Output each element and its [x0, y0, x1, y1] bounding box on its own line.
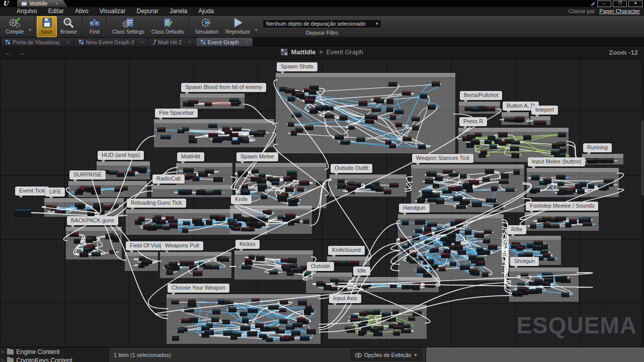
class-defaults-button[interactable]: Class Defaults [148, 16, 187, 37]
comment-box[interactable] [352, 277, 439, 292]
comment-box[interactable] [235, 163, 327, 208]
comment-box[interactable] [530, 116, 550, 125]
scrollbar-thumb[interactable] [641, 120, 643, 196]
vertical-scrollbar[interactable] [641, 60, 644, 347]
menu-editar[interactable]: Editar [43, 7, 69, 16]
comment-box[interactable] [509, 267, 579, 302]
comment-box[interactable] [125, 252, 158, 271]
comment-box[interactable] [327, 256, 370, 265]
folder-icon [7, 349, 14, 354]
menu-janela[interactable]: Janela [164, 7, 193, 16]
maximize-button[interactable]: ❐ [613, 1, 627, 7]
play-label: Reproduzir [225, 29, 250, 35]
tree-item-second[interactable]: ▷ CryptoKeys Content [0, 356, 108, 362]
tab-close-icon[interactable]: ✕ [246, 40, 249, 44]
tree-item-label: Engine Content [16, 348, 59, 355]
comment-box-layer [0, 46, 644, 347]
tab-close-icon[interactable]: ✕ [188, 40, 191, 44]
comment-box[interactable] [176, 163, 232, 185]
comment-box[interactable] [97, 161, 150, 179]
menu-depurar[interactable]: Depurar [131, 7, 164, 16]
tab-matt-hit-2-label: Matt Hit 2 [158, 39, 182, 45]
comment-box[interactable] [459, 102, 500, 114]
class-settings-button[interactable]: Class Settings [109, 16, 148, 37]
comment-box[interactable] [398, 214, 504, 281]
expand-caret-icon[interactable]: ▷ [2, 349, 5, 354]
menu-ajuda[interactable]: Ajuda [193, 7, 219, 16]
eye-icon [355, 353, 362, 357]
function-icon: ƒ [153, 39, 155, 45]
browse-label: Browse [60, 29, 77, 35]
debug-object-dropdown[interactable]: Nenhum objeto de depuração selecionado ▼ [263, 20, 381, 28]
play-button[interactable]: Reproduzir [222, 16, 254, 37]
ue-feather-icon [590, 1, 596, 7]
tab-close-icon[interactable]: ✕ [66, 40, 69, 44]
tab-viewport[interactable]: Porta de Visualizaç ✕ [1, 38, 74, 46]
tab-event-graph[interactable]: Event Graph ✕ [196, 38, 253, 46]
close-button[interactable]: ✕ [628, 1, 642, 7]
menu-visualizar[interactable]: Visualizar [94, 7, 131, 16]
comment-box[interactable] [66, 227, 122, 259]
comment-box[interactable] [44, 198, 124, 217]
comment-box[interactable] [411, 164, 524, 212]
expand-caret-icon[interactable]: ▷ [2, 358, 5, 362]
comment-box[interactable] [306, 273, 352, 293]
tree-item-engine-content[interactable]: ▷ Engine Content [0, 347, 108, 356]
play-dropdown-caret[interactable]: ▾ [254, 28, 259, 32]
comment-box[interactable] [151, 185, 232, 197]
compile-gear-icon [8, 17, 21, 29]
compile-dropdown-caret[interactable]: ▾ [28, 28, 33, 32]
app-tab-mattidle[interactable]: MattIdle ✕ [17, 0, 67, 7]
menu-bar: Arquivo Editar Ativo Visualizar Depurar … [0, 7, 644, 16]
comment-box[interactable] [527, 168, 619, 197]
save-label: Save [41, 29, 52, 35]
tab-matt-hit-2[interactable]: ƒ Matt Hit 2 ✕ [149, 38, 196, 46]
simulation-button[interactable]: Simulation [191, 16, 222, 37]
comment-box[interactable] [582, 154, 623, 164]
comment-box[interactable] [160, 252, 231, 278]
comment-box[interactable] [167, 294, 320, 344]
class-defaults-label: Class Defaults [151, 29, 184, 35]
app-tab-close-icon[interactable]: ✕ [55, 2, 59, 6]
comment-box[interactable] [525, 212, 599, 231]
browse-button[interactable]: Browse [57, 16, 80, 37]
menu-ativo[interactable]: Ativo [69, 7, 94, 16]
find-label: Find [90, 29, 99, 35]
graph-icon [201, 40, 205, 44]
menu-arquivo[interactable]: Arquivo [11, 7, 43, 16]
comment-box[interactable] [180, 94, 245, 109]
simulation-label: Simulation [195, 29, 218, 35]
tab-close-icon[interactable]: ✕ [141, 40, 144, 44]
toolbar-separator [82, 17, 83, 37]
comment-box[interactable] [234, 250, 313, 280]
comment-box[interactable] [458, 128, 569, 162]
find-button[interactable]: Find [85, 16, 105, 37]
comment-box[interactable] [506, 236, 561, 265]
selection-status-panel: 1 item (1 selecionados) Opções de Exibiç… [109, 347, 425, 362]
minimize-button[interactable]: – [597, 1, 611, 7]
chevron-down-icon: ▼ [414, 353, 418, 357]
comment-box[interactable] [328, 305, 427, 339]
comment-box[interactable] [230, 206, 312, 234]
parent-class-label: Classe pai: [569, 8, 596, 14]
display-options-label: Opções de Exibição [364, 352, 411, 358]
parent-class-link[interactable]: Paper Character [599, 8, 640, 14]
debug-filter-group: Nenhum objeto de depuração selecionado ▼… [263, 16, 381, 36]
toolbar-separator [34, 17, 35, 37]
class-settings-icon [122, 17, 135, 29]
comment-box[interactable] [68, 181, 147, 197]
comment-box[interactable] [502, 112, 529, 125]
event-graph-panel[interactable]: ESQUEMA Event TickSpawn ShotsSpawn Blood… [0, 46, 644, 347]
comment-box[interactable] [154, 119, 274, 147]
simulation-icon [200, 17, 213, 29]
compile-button[interactable]: Compile [2, 16, 28, 37]
tab-new-event-graph[interactable]: New Event Graph 0 ✕ [74, 38, 148, 46]
viewport-icon [6, 40, 10, 44]
compile-label: Compile [6, 29, 24, 35]
tree-item-label: CryptoKeys Content [16, 357, 72, 362]
comment-box[interactable] [276, 73, 455, 153]
comment-box[interactable] [330, 174, 407, 197]
unreal-logo-icon: U [3, 0, 8, 7]
save-button[interactable]: Save [37, 16, 57, 37]
display-options-button[interactable]: Opções de Exibição ▼ [351, 349, 422, 360]
